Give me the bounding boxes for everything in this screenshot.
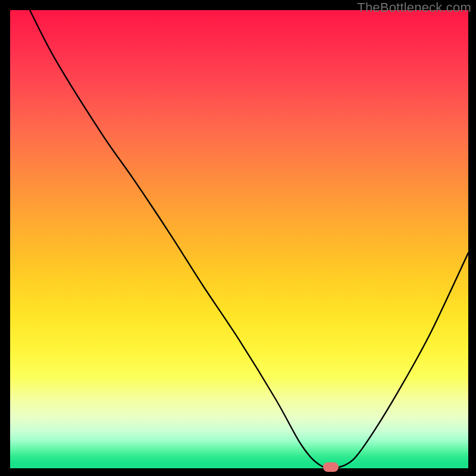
- minimum-marker: [323, 462, 339, 472]
- plot-area: [10, 10, 468, 468]
- chart-container: TheBottleneck.com: [0, 0, 476, 476]
- bottleneck-curve: [10, 10, 468, 468]
- watermark-text: TheBottleneck.com: [357, 0, 471, 15]
- curve-path: [30, 10, 468, 468]
